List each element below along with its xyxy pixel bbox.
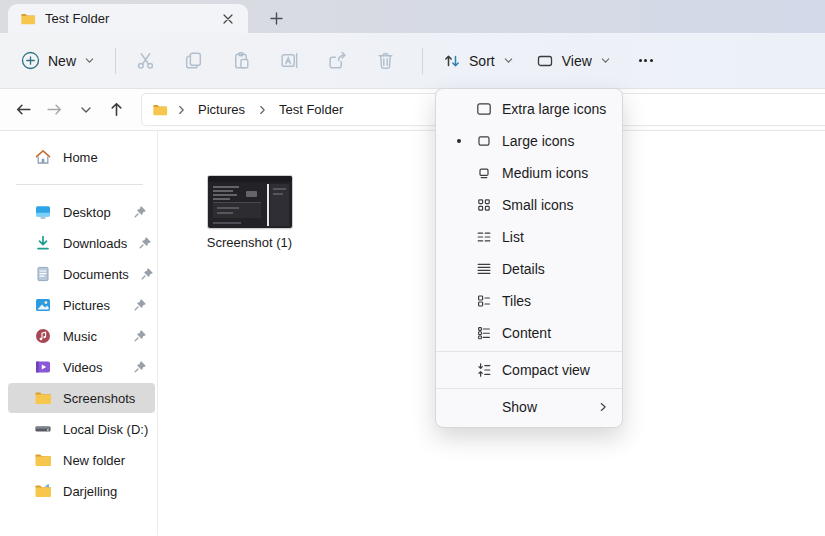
pin-icon [140, 267, 154, 281]
pin-icon [133, 205, 147, 219]
toolbar-separator [422, 48, 423, 74]
documents-icon [34, 265, 52, 283]
sidebar-item-label: Home [63, 150, 147, 165]
folder-icon [34, 451, 52, 469]
navigation-pane: Home Desktop Downloads Docum [0, 131, 158, 535]
list-icon [472, 229, 502, 245]
sidebar-item-music[interactable]: Music [8, 321, 155, 351]
title-bar: Test Folder [0, 0, 825, 33]
menu-item-list[interactable]: List [436, 221, 622, 253]
menu-item-large-icons[interactable]: Large icons [436, 125, 622, 157]
toolbar-separator [115, 48, 116, 74]
folder-icon [152, 102, 168, 118]
small-icons-icon [472, 197, 502, 213]
music-icon [34, 327, 52, 345]
tiles-icon [472, 293, 502, 309]
desktop-icon [34, 203, 52, 221]
file-thumbnail [208, 176, 292, 228]
menu-separator [436, 388, 622, 389]
view-button[interactable]: View [525, 45, 622, 77]
sidebar-item-downloads[interactable]: Downloads [8, 228, 155, 258]
sort-button-label: Sort [469, 53, 495, 69]
sidebar-item-label: Local Disk (D:) [63, 422, 148, 437]
rename-button[interactable] [269, 43, 309, 79]
breadcrumb-item-test-folder[interactable]: Test Folder [275, 100, 347, 119]
sort-button[interactable]: Sort [432, 45, 525, 77]
delete-button[interactable] [365, 43, 405, 79]
folder-icon [34, 389, 52, 407]
sidebar-item-videos[interactable]: Videos [8, 352, 155, 382]
menu-separator [436, 351, 622, 352]
menu-item-medium-icons[interactable]: Medium icons [436, 157, 622, 189]
sidebar-item-home[interactable]: Home [8, 142, 155, 172]
pictures-icon [34, 296, 52, 314]
menu-item-show[interactable]: Show [436, 391, 622, 423]
back-button[interactable] [8, 94, 39, 125]
chevron-down-icon [600, 55, 611, 66]
tab-title: Test Folder [45, 11, 216, 26]
folder-icon [34, 482, 52, 500]
file-item-screenshot-1[interactable]: Screenshot (1) [182, 176, 317, 250]
sidebar-item-label: Videos [63, 360, 122, 375]
command-toolbar: New Sort View [0, 33, 825, 89]
new-button[interactable]: New [10, 44, 106, 77]
sort-icon [443, 52, 461, 70]
sidebar-item-label: Music [63, 329, 122, 344]
breadcrumb-chevron-icon [255, 103, 269, 117]
sidebar-divider [16, 184, 143, 185]
large-icons-icon [472, 133, 502, 149]
sidebar-item-new-folder[interactable]: New folder [8, 445, 155, 475]
downloads-icon [34, 234, 52, 252]
compact-view-icon [472, 362, 502, 378]
pin-icon [133, 298, 147, 312]
share-button[interactable] [317, 43, 357, 79]
menu-item-small-icons[interactable]: Small icons [436, 189, 622, 221]
recent-locations-button[interactable] [70, 94, 101, 125]
sidebar-item-label: Screenshots [63, 391, 147, 406]
new-tab-button[interactable] [263, 6, 289, 30]
sidebar-item-label: New folder [63, 453, 147, 468]
view-button-label: View [562, 53, 592, 69]
more-options-button[interactable] [628, 44, 664, 78]
menu-item-extra-large-icons[interactable]: Extra large icons [436, 93, 622, 125]
cut-button[interactable] [125, 43, 165, 79]
menu-item-compact-view[interactable]: Compact view [436, 354, 622, 386]
plus-circle-icon [21, 51, 40, 70]
breadcrumb-chevron-icon [174, 103, 188, 117]
tab-close-icon[interactable] [216, 8, 240, 30]
up-button[interactable] [101, 94, 132, 125]
pin-icon [133, 360, 147, 374]
sidebar-item-label: Pictures [63, 298, 122, 313]
drive-icon [34, 420, 52, 438]
sidebar-item-screenshots[interactable]: Screenshots [8, 383, 155, 413]
details-icon [472, 261, 502, 277]
pin-icon [138, 236, 152, 250]
view-icon [536, 52, 554, 70]
home-icon [34, 148, 52, 166]
copy-button[interactable] [173, 43, 213, 79]
breadcrumb-item-pictures[interactable]: Pictures [194, 100, 249, 119]
sidebar-item-local-disk-d[interactable]: Local Disk (D:) [8, 414, 155, 444]
submenu-chevron-icon [596, 400, 610, 414]
sidebar-item-documents[interactable]: Documents [8, 259, 155, 289]
menu-item-content[interactable]: Content [436, 317, 622, 349]
menu-item-details[interactable]: Details [436, 253, 622, 285]
content-icon [472, 325, 502, 341]
view-dropdown-menu: Extra large icons Large icons Medium ico… [435, 88, 623, 428]
sidebar-item-pictures[interactable]: Pictures [8, 290, 155, 320]
file-name: Screenshot (1) [182, 235, 317, 250]
selected-bullet-icon [446, 139, 472, 143]
sidebar-item-desktop[interactable]: Desktop [8, 197, 155, 227]
menu-item-tiles[interactable]: Tiles [436, 285, 622, 317]
videos-icon [34, 358, 52, 376]
chevron-down-icon [84, 55, 95, 66]
sidebar-item-darjelling[interactable]: Darjelling [8, 476, 155, 506]
sidebar-item-label: Downloads [63, 236, 127, 251]
paste-button[interactable] [221, 43, 261, 79]
explorer-tab[interactable]: Test Folder [8, 4, 248, 33]
extra-large-icons-icon [472, 101, 502, 117]
chevron-down-icon [503, 55, 514, 66]
navigation-bar: Pictures Test Folder [0, 89, 825, 131]
folder-icon [20, 11, 36, 27]
forward-button[interactable] [39, 94, 70, 125]
